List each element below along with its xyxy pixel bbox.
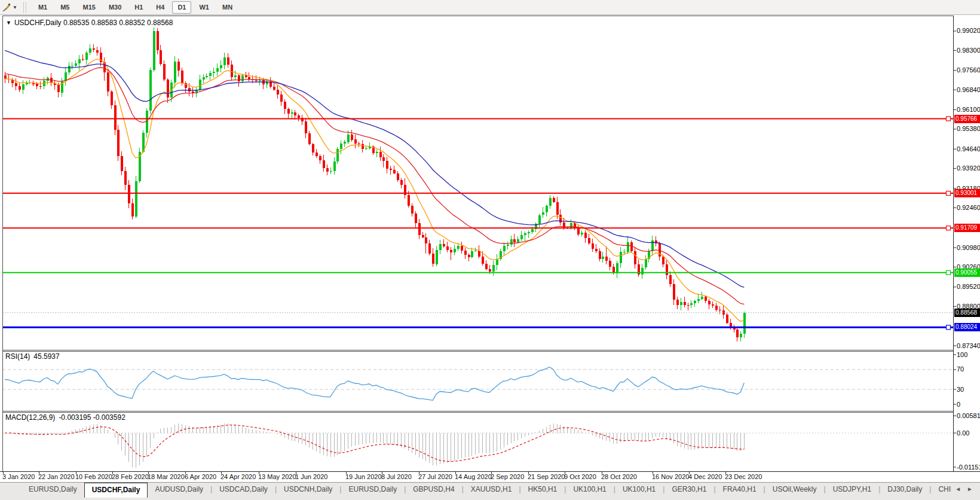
chart-tab-ger30-h1[interactable]: GER30,H1 — [664, 483, 713, 496]
timeframe-button-m30[interactable]: M30 — [103, 1, 127, 14]
chart-tab-uk100-h1[interactable]: UK100,H1 — [615, 483, 663, 496]
timeframe-buttons: M1M5M15M30H1H4D1W1MN — [32, 1, 239, 14]
crosshair-pen-icon[interactable] — [1, 2, 12, 13]
chart-tab-usdcnh-daily[interactable]: USDCNH,Daily — [277, 483, 339, 496]
chart-tab-china300-h1[interactable]: CHINA300,H1 — [931, 483, 951, 496]
chart-tab-xauusd-h1[interactable]: XAUUSD,H1 — [464, 483, 519, 496]
ma-line-0[interactable] — [5, 59, 744, 322]
chart-tab-audusd-daily[interactable]: AUDUSD,Daily — [148, 483, 210, 496]
chart-tab-bar: EURUSD,DailyUSDCHF,DailyAUDUSD,Daily|USD… — [0, 482, 980, 500]
chart-tab-dj30-daily[interactable]: DJ30,Daily — [880, 483, 929, 496]
ma-line-2[interactable] — [5, 50, 744, 287]
tab-scroll-right-icon[interactable]: ► — [967, 486, 973, 492]
chart-tab-eurusd-daily[interactable]: EURUSD,Daily — [22, 483, 84, 496]
chart-tab-uk100-h1[interactable]: UK100,H1 — [566, 483, 613, 496]
chart-tab-gbpusd-h4[interactable]: GBPUSD,H4 — [406, 483, 461, 496]
chart-tab-eurusd-daily[interactable]: EURUSD,Daily — [341, 483, 404, 496]
timeframe-button-h1[interactable]: H1 — [129, 1, 148, 14]
timeframe-button-m15[interactable]: M15 — [77, 1, 100, 14]
timeframe-button-m1[interactable]: M1 — [33, 1, 53, 14]
ma-line-1[interactable] — [5, 68, 744, 304]
chart-tab-strip: EURUSD,DailyUSDCHF,DailyAUDUSD,Daily|USD… — [0, 483, 951, 498]
timeframe-button-h4[interactable]: H4 — [151, 1, 170, 14]
horizontal-level-lines[interactable] — [2, 117, 954, 330]
toolbar-grip — [23, 2, 26, 13]
tab-scroll-left-icon[interactable]: ◄ — [955, 486, 961, 492]
chart-tab-usdcad-daily[interactable]: USDCAD,Daily — [212, 483, 275, 496]
chart-tab-usdchf-daily[interactable]: USDCHF,Daily — [84, 483, 148, 498]
timeframe-button-w1[interactable]: W1 — [194, 1, 215, 14]
chart-tab-usdjpy-h1[interactable]: USDJPY,H1 — [826, 483, 878, 496]
timeframe-button-mn[interactable]: MN — [217, 1, 238, 14]
chart-canvas[interactable] — [0, 0, 980, 500]
chart-tab-fra40-h1[interactable]: FRA40,H1 — [716, 483, 764, 496]
tool-dropdown-caret-icon[interactable]: ▼ — [13, 5, 17, 10]
chart-tab-hk50-h1[interactable]: HK50,H1 — [521, 483, 565, 496]
tab-scroll-arrows: ◄ ► — [951, 483, 980, 492]
macd-signal-line — [5, 425, 744, 462]
timeframe-button-m5[interactable]: M5 — [55, 1, 75, 14]
candlesticks[interactable] — [4, 28, 746, 342]
timeframe-button-d1[interactable]: D1 — [172, 1, 191, 14]
rsi-line — [5, 367, 744, 401]
timeframe-toolbar: ▼ M1M5M15M30H1H4D1W1MN — [0, 0, 980, 15]
macd-histogram — [5, 423, 745, 468]
chart-tab-usoil-weekly[interactable]: USOil,Weekly — [765, 483, 824, 496]
